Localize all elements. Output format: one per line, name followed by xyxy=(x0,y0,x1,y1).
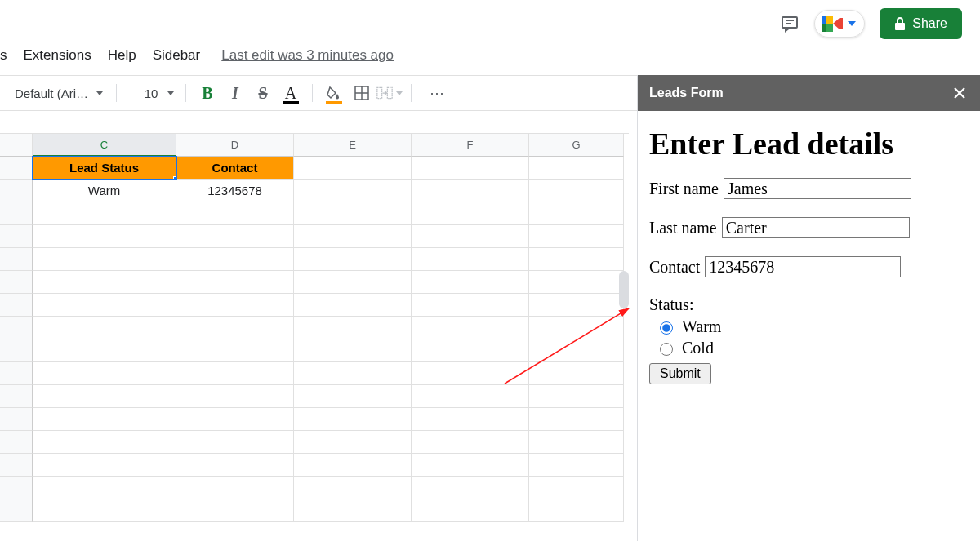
vertical-scrollbar[interactable] xyxy=(619,271,629,308)
cell[interactable] xyxy=(412,294,529,317)
cell[interactable] xyxy=(529,339,624,362)
cell[interactable] xyxy=(33,362,176,385)
fill-color-button[interactable] xyxy=(321,80,347,106)
cell[interactable] xyxy=(33,454,176,477)
row-header[interactable] xyxy=(0,202,33,225)
comment-history-icon[interactable] xyxy=(780,14,800,33)
cell[interactable] xyxy=(294,385,412,408)
cell[interactable] xyxy=(294,225,412,248)
cell[interactable] xyxy=(412,362,529,385)
cell[interactable] xyxy=(176,294,294,317)
formula-bar[interactable] xyxy=(0,111,629,134)
close-sidebar-button[interactable] xyxy=(951,84,969,102)
cell[interactable] xyxy=(412,499,529,522)
row-header[interactable] xyxy=(0,248,33,271)
cell[interactable] xyxy=(412,157,529,180)
cell[interactable] xyxy=(294,339,412,362)
font-size-select[interactable]: 10 xyxy=(125,82,177,104)
row-header[interactable] xyxy=(0,339,33,362)
row-header[interactable] xyxy=(0,157,33,180)
cell[interactable] xyxy=(529,477,624,499)
column-header-d[interactable]: D xyxy=(176,134,294,157)
text-color-button[interactable]: A xyxy=(278,80,304,106)
row-header[interactable] xyxy=(0,477,33,499)
cell[interactable] xyxy=(176,385,294,408)
menu-item-partial[interactable]: s xyxy=(0,44,14,67)
cell[interactable] xyxy=(294,294,412,317)
cell[interactable] xyxy=(33,408,176,431)
cell[interactable] xyxy=(176,477,294,499)
cell[interactable]: 12345678 xyxy=(176,180,294,202)
cell[interactable] xyxy=(33,431,176,454)
cell[interactable] xyxy=(294,362,412,385)
cell[interactable] xyxy=(294,248,412,271)
column-header-c[interactable]: C xyxy=(33,134,176,157)
meet-button[interactable] xyxy=(814,10,865,38)
cell[interactable] xyxy=(412,317,529,339)
cell[interactable] xyxy=(529,362,624,385)
selection-handle[interactable] xyxy=(173,176,176,180)
menu-item-help[interactable]: Help xyxy=(101,44,143,67)
cell[interactable] xyxy=(176,362,294,385)
cell[interactable] xyxy=(33,225,176,248)
cell[interactable] xyxy=(529,271,624,294)
cell[interactable] xyxy=(294,157,412,180)
share-button[interactable]: Share xyxy=(880,8,962,39)
menu-item-extensions[interactable]: Extensions xyxy=(17,44,98,67)
cell[interactable] xyxy=(294,431,412,454)
cell[interactable] xyxy=(33,248,176,271)
cell[interactable] xyxy=(412,202,529,225)
cell[interactable] xyxy=(33,339,176,362)
font-family-select[interactable]: Default (Ari… xyxy=(10,86,108,100)
cell[interactable] xyxy=(529,248,624,271)
cell[interactable] xyxy=(529,408,624,431)
contact-input[interactable] xyxy=(705,256,901,277)
cell[interactable] xyxy=(529,317,624,339)
more-toolbar-button[interactable]: ⋯ xyxy=(420,84,456,102)
cell[interactable] xyxy=(33,477,176,499)
column-header-g[interactable]: G xyxy=(529,134,624,157)
row-header[interactable] xyxy=(0,225,33,248)
borders-button[interactable] xyxy=(349,80,375,106)
cell[interactable] xyxy=(176,431,294,454)
bold-button[interactable]: B xyxy=(194,80,220,106)
cell[interactable] xyxy=(412,454,529,477)
merge-cells-button[interactable] xyxy=(376,80,403,106)
cell[interactable] xyxy=(412,385,529,408)
column-header-e[interactable]: E xyxy=(294,134,412,157)
cell[interactable] xyxy=(529,225,624,248)
cell[interactable] xyxy=(412,248,529,271)
submit-button[interactable]: Submit xyxy=(649,363,711,384)
cell[interactable] xyxy=(529,202,624,225)
row-header[interactable] xyxy=(0,180,33,202)
cell[interactable] xyxy=(529,454,624,477)
cell[interactable] xyxy=(294,202,412,225)
cell[interactable] xyxy=(176,499,294,522)
select-all-corner[interactable] xyxy=(0,134,33,157)
strikethrough-button[interactable]: S xyxy=(250,80,276,106)
cell[interactable] xyxy=(176,225,294,248)
cell[interactable] xyxy=(412,339,529,362)
cell[interactable] xyxy=(176,408,294,431)
cell[interactable] xyxy=(33,271,176,294)
cell[interactable] xyxy=(176,248,294,271)
column-header-f[interactable]: F xyxy=(412,134,529,157)
row-header[interactable] xyxy=(0,454,33,477)
row-header[interactable] xyxy=(0,362,33,385)
cell[interactable] xyxy=(33,317,176,339)
cell[interactable] xyxy=(33,499,176,522)
last-edit-link[interactable]: Last edit was 3 minutes ago xyxy=(221,47,394,64)
cell[interactable] xyxy=(294,499,412,522)
cell[interactable] xyxy=(176,317,294,339)
last-name-input[interactable] xyxy=(722,217,910,238)
row-header[interactable] xyxy=(0,431,33,454)
cell[interactable] xyxy=(294,317,412,339)
cell[interactable] xyxy=(294,454,412,477)
cell[interactable]: Contact xyxy=(176,157,294,180)
cell[interactable] xyxy=(412,180,529,202)
cell[interactable] xyxy=(529,180,624,202)
row-header[interactable] xyxy=(0,499,33,522)
row-header[interactable] xyxy=(0,317,33,339)
cell[interactable] xyxy=(529,499,624,522)
cell[interactable] xyxy=(294,180,412,202)
